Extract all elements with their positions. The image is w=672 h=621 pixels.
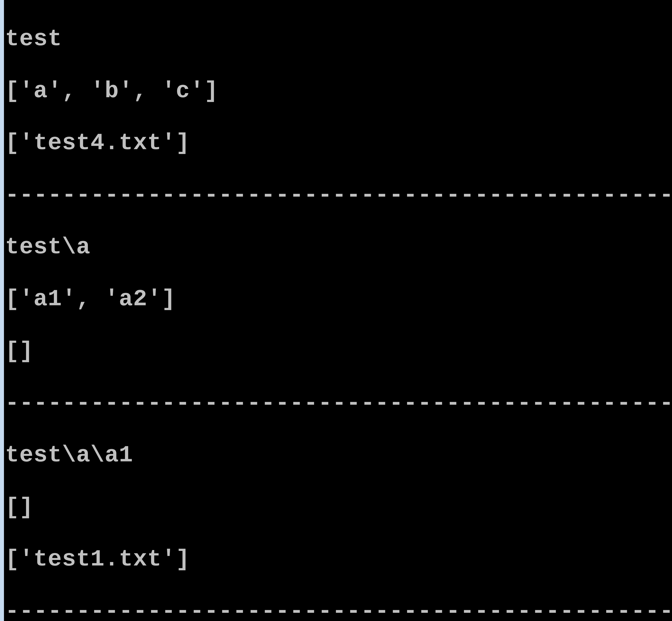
output-path: test	[5, 26, 671, 52]
output-separator: ----------------------------------------…	[5, 598, 671, 621]
output-dirs: []	[5, 494, 671, 521]
output-files: ['test4.txt']	[5, 130, 671, 156]
output-dirs: ['a1', 'a2']	[5, 286, 671, 312]
output-separator: ----------------------------------------…	[5, 182, 671, 208]
output-files: []	[5, 338, 671, 364]
terminal-window[interactable]: test ['a', 'b', 'c'] ['test4.txt'] -----…	[4, 0, 672, 621]
output-separator: ----------------------------------------…	[5, 390, 671, 416]
output-path: test\a\a1	[5, 442, 671, 468]
output-path: test\a	[5, 234, 671, 260]
output-files: ['test1.txt']	[5, 546, 671, 572]
output-dirs: ['a', 'b', 'c']	[5, 78, 671, 104]
